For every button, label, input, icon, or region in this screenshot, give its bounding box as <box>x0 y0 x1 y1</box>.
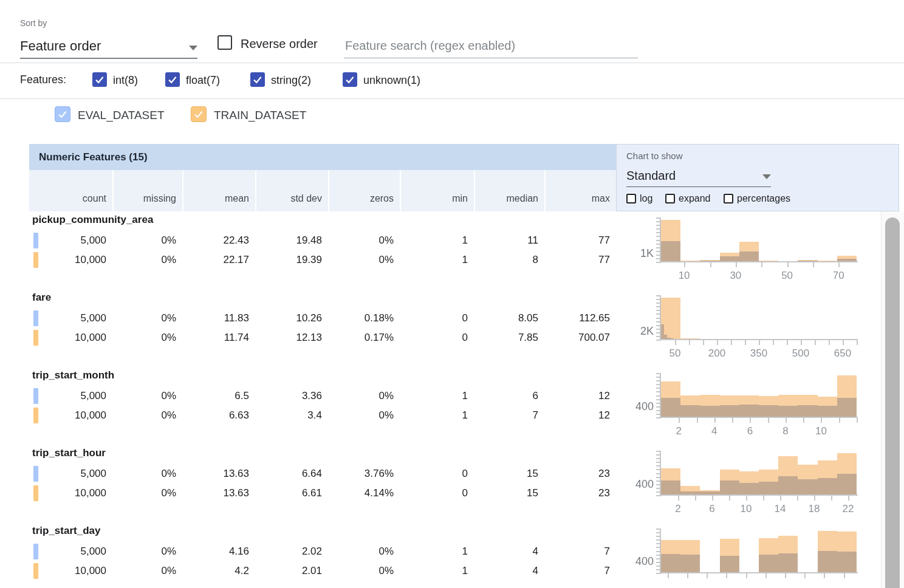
check-icon <box>193 108 205 120</box>
stat-cell: 4 <box>474 561 544 581</box>
y-tick <box>656 414 660 415</box>
expand-checkbox[interactable] <box>665 194 675 203</box>
sort-by-select[interactable]: Feature order <box>20 33 197 59</box>
stat-cell: 0% <box>112 231 182 250</box>
percentages-label: percentages <box>737 193 790 204</box>
chevron-down-icon <box>189 46 197 50</box>
stat-cell: 0% <box>112 542 182 561</box>
chart-type-select[interactable]: Standard <box>626 165 771 187</box>
feature-type-checkbox-2[interactable] <box>250 72 265 87</box>
y-tick <box>656 329 660 330</box>
stat-cell: 2.01 <box>255 561 328 581</box>
stat-cell: 0 <box>400 309 474 328</box>
y-tick <box>656 255 660 256</box>
percentages-checkbox[interactable] <box>724 194 733 203</box>
x-tick-label: 2 <box>660 425 697 437</box>
stat-cell: 7 <box>544 561 616 581</box>
y-tick <box>656 543 660 544</box>
y-tick <box>656 532 660 533</box>
y-tick <box>656 480 660 482</box>
stat-cell: 6.5 <box>182 386 255 406</box>
stat-cell: 22.43 <box>182 231 255 250</box>
eval-bars <box>661 373 857 417</box>
feature-type-checkbox-1[interactable] <box>165 72 180 87</box>
x-tick <box>785 573 786 578</box>
x-tick <box>813 262 814 267</box>
y-tick <box>656 391 660 392</box>
histogram-bar <box>661 480 680 494</box>
eval-bars <box>661 217 857 262</box>
stat-cell: 0% <box>112 309 182 328</box>
histogram-bar <box>700 406 719 417</box>
reverse-order-checkbox[interactable] <box>217 35 232 50</box>
x-tick-label: 350 <box>741 347 777 360</box>
stat-cell: 13.63 <box>182 464 255 484</box>
feature-search-input[interactable] <box>344 33 638 58</box>
x-tick-label: 14 <box>762 503 798 515</box>
histogram-fare: 2K50200350500650 <box>616 290 882 368</box>
feature-type-checkbox-3[interactable] <box>343 72 357 87</box>
y-tick <box>656 528 660 530</box>
train-dataset-checkbox[interactable] <box>191 106 207 122</box>
x-tick <box>843 340 844 345</box>
x-tick <box>717 340 718 345</box>
x-tick <box>763 496 764 501</box>
numeric-features-title: Numeric Features (15) <box>29 151 148 163</box>
histogram-pickup_community_area: 1K10305070 <box>616 213 882 290</box>
histogram-bar <box>739 251 759 261</box>
x-tick <box>804 573 806 578</box>
log-checkbox[interactable] <box>626 194 636 203</box>
histogram-bar <box>739 483 759 494</box>
histogram-bar <box>720 556 739 572</box>
stat-cell: 10,000 <box>29 406 112 425</box>
histogram-bar <box>818 406 837 417</box>
stat-values: 5,0000%4.162.020%147 <box>29 542 616 561</box>
y-tick <box>656 221 660 222</box>
feature-type-checkbox-0[interactable] <box>92 72 107 87</box>
x-tick <box>838 262 840 267</box>
stat-cell: 6.64 <box>255 464 328 484</box>
stat-cell: 22.17 <box>182 250 255 270</box>
y-tick <box>656 217 660 219</box>
feature-block-trip_start_month: trip_start_month5,0000%6.53.360%161210,0… <box>29 368 616 446</box>
scrollbar-thumb[interactable] <box>885 217 900 588</box>
stat-cell: 5,000 <box>29 231 112 250</box>
stat-cell: 7 <box>544 542 616 561</box>
stat-row-eval: 5,0000%13.636.643.76%01523 <box>29 464 616 484</box>
chevron-down-icon <box>762 174 771 179</box>
y-tick <box>656 547 660 548</box>
histogram-bar <box>680 405 700 417</box>
stat-cell: 0.18% <box>328 309 400 328</box>
histogram-bar <box>818 551 837 572</box>
histogram-bar <box>818 478 837 494</box>
histogram-bar <box>720 480 739 494</box>
x-tick <box>773 340 774 345</box>
stat-values: 5,0000%22.4319.480%11177 <box>29 231 616 250</box>
x-tick <box>787 262 789 267</box>
eval-dataset-checkbox[interactable] <box>55 106 70 122</box>
feature-type-label-1: float(7) <box>186 74 220 87</box>
stat-cell: 23 <box>544 484 616 503</box>
y-tick <box>656 384 660 385</box>
log-label: log <box>640 193 652 204</box>
x-tick-label: 4 <box>696 425 733 437</box>
stat-values: 10,0000%4.22.010%147 <box>29 561 616 581</box>
x-tick <box>703 340 704 345</box>
x-tick <box>746 573 747 578</box>
check-icon <box>344 74 356 86</box>
y-tick <box>656 399 660 400</box>
y-tick <box>656 244 660 245</box>
stat-cell: 1 <box>400 561 474 581</box>
stat-cell: 1 <box>400 386 474 406</box>
x-tick <box>687 573 688 578</box>
stat-row-train: 10,0000%6.633.40%1712 <box>29 406 616 425</box>
eval-bars <box>661 451 857 495</box>
y-tick <box>656 566 660 567</box>
stat-cell: 0% <box>112 406 182 425</box>
y-tick <box>656 454 660 456</box>
histogram-bar <box>680 555 700 572</box>
y-tick <box>656 373 660 374</box>
histogram-plot: 400246810 <box>661 373 857 417</box>
stat-cell: 0% <box>328 386 400 406</box>
y-axis-label: 2K <box>617 325 654 338</box>
